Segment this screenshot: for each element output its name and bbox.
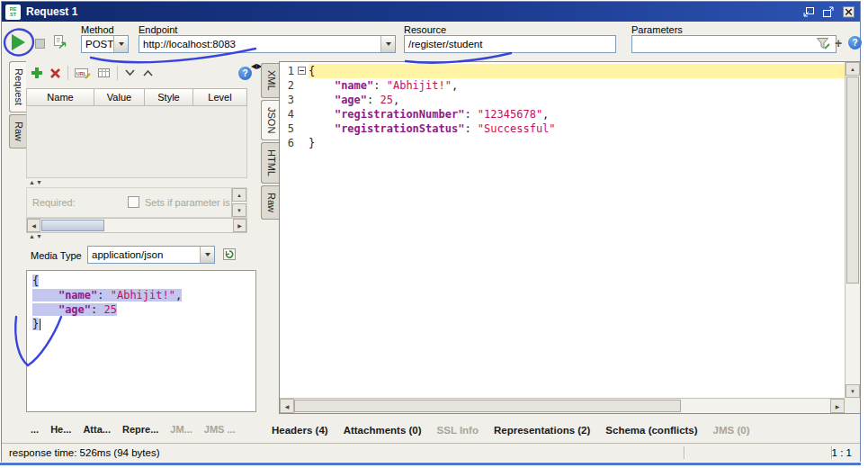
scrollbar-corner [845, 398, 860, 413]
method-dropdown[interactable]: POST [81, 35, 129, 53]
submit-request-button[interactable] [12, 34, 25, 50]
response-horizontal-scrollbar[interactable]: ◀ ▶ [280, 398, 845, 413]
fold-gutter [296, 107, 309, 122]
fold-gutter [296, 122, 309, 136]
required-checkbox[interactable] [128, 196, 139, 208]
request-body-line: } [32, 317, 255, 331]
line-number: 6 [280, 136, 296, 150]
request-view-tab-raw[interactable]: Raw [9, 114, 26, 148]
scrollbar-track[interactable] [104, 219, 233, 232]
request-body-line: "age": 25 [32, 302, 255, 317]
resource-input[interactable] [404, 35, 616, 53]
request-toolbar: Method POST Endpoint http://localhost:80… [2, 22, 860, 58]
scrollbar-thumb[interactable] [846, 76, 859, 284]
scroll-left-icon[interactable]: ◀ [280, 399, 294, 413]
rest-icon-line2: ST [10, 12, 16, 17]
scroll-up-icon[interactable]: ▲ [232, 188, 246, 202]
response-tab-schema-conflicts[interactable]: Schema (conflicts) [605, 425, 697, 436]
response-time-text: response time: 526ms (94 bytes) [9, 447, 159, 458]
fold-toggle-icon[interactable] [298, 67, 306, 75]
response-view-tab-raw[interactable]: Raw [261, 185, 279, 220]
add-to-testcase-icon[interactable] [52, 34, 67, 50]
properties-vertical-scrollbar[interactable]: ▲ ▼ [231, 188, 246, 217]
add-param-icon[interactable] [31, 67, 43, 79]
chevron-down-icon[interactable] [200, 247, 214, 263]
method-value: POST [85, 39, 113, 50]
layout-grid-icon[interactable] [97, 67, 111, 79]
param-properties-panel: Required: Sets if parameter is ▲ ▼ [26, 187, 247, 218]
parameters-input[interactable] [631, 35, 837, 53]
line-number: 1 [280, 64, 296, 78]
text-caret [40, 319, 40, 330]
request-body-line: { [32, 274, 255, 288]
toolbar-separator [117, 66, 118, 80]
chevron-down-icon[interactable] [113, 36, 128, 52]
response-line: 5 "registrationStatus": "Successful" [280, 122, 845, 136]
response-tab-ssl-info: SSL Info [437, 425, 479, 436]
response-line: 6} [280, 136, 845, 150]
scroll-down-icon[interactable]: ▼ [232, 203, 246, 217]
scrollbar-thumb[interactable] [41, 220, 104, 231]
response-view-tab-html[interactable]: HTML [261, 142, 279, 184]
response-tab-representations-2[interactable]: Representations (2) [494, 425, 590, 436]
param-column-header-level[interactable]: Level [193, 88, 247, 106]
scroll-up-icon[interactable]: ▲ [846, 62, 860, 76]
add-parameter-icon[interactable]: + [835, 36, 842, 50]
endpoint-value: http://localhost:8083 [143, 39, 380, 50]
request-body-line: "name": "Abhijit!", [32, 288, 255, 302]
cancel-request-button[interactable] [35, 39, 45, 49]
scrollbar-thumb[interactable] [294, 400, 681, 412]
param-column-header-name[interactable]: Name [26, 88, 94, 106]
svg-text:URL: URL [76, 70, 87, 76]
param-column-header-style[interactable]: Style [145, 88, 193, 106]
help-icon[interactable]: ? [848, 36, 862, 50]
splitter-handle-icon[interactable]: ▲▼ [29, 233, 43, 239]
endpoint-dropdown[interactable]: http://localhost:8083 [139, 35, 396, 53]
create-empty-parameter-icon[interactable] [816, 37, 830, 50]
request-tab-repre[interactable]: Repre... [122, 424, 158, 435]
parameters-label: Parameters [631, 24, 683, 35]
param-table-header: NameValueStyleLevel [26, 88, 247, 106]
maximize-window-icon[interactable] [820, 5, 837, 19]
caret-position-text: 1 : 1 [832, 447, 852, 458]
request-tab-tab[interactable]: ... [31, 424, 39, 435]
scroll-right-icon[interactable]: ▶ [233, 219, 246, 232]
scroll-down-icon[interactable]: ▼ [846, 384, 860, 398]
request-tab-jm: JM... [170, 424, 192, 435]
param-column-header-value[interactable]: Value [94, 88, 145, 106]
detach-window-icon[interactable] [801, 5, 817, 19]
move-up-icon[interactable] [142, 68, 154, 78]
splitter-handle-icon[interactable]: ▲▼ [29, 179, 43, 185]
response-json-view[interactable]: 1{2 "name": "Abhijit!",3 "age": 25,4 "re… [280, 62, 845, 398]
window-titlebar[interactable]: RE ST Request 1 [2, 2, 860, 22]
toolbar-separator [67, 66, 68, 80]
scroll-right-icon[interactable]: ▶ [830, 399, 845, 413]
request-tab-atta[interactable]: Atta... [83, 424, 111, 435]
properties-horizontal-scrollbar[interactable]: ◀ ▶ [26, 218, 247, 233]
response-editor: 1{2 "name": "Abhijit!",3 "age": 25,4 "re… [279, 61, 861, 414]
media-type-dropdown[interactable]: application/json [87, 246, 215, 264]
request-view-tab-request[interactable]: Request [9, 61, 26, 112]
response-view-tab-xml[interactable]: XML [261, 63, 279, 98]
response-tab-headers-4[interactable]: Headers (4) [272, 425, 328, 436]
param-table-body[interactable] [26, 106, 247, 178]
close-window-button[interactable] [840, 5, 856, 19]
response-view-tab-json[interactable]: JSON [261, 100, 279, 140]
response-tab-attachments-0[interactable]: Attachments (0) [344, 425, 422, 436]
request-tab-jms: JMS ... [204, 424, 236, 435]
move-down-icon[interactable] [124, 68, 136, 78]
recreate-body-icon[interactable] [222, 248, 237, 264]
delete-param-icon[interactable] [49, 68, 61, 79]
chevron-down-icon[interactable] [380, 36, 395, 52]
request-tab-he[interactable]: He... [50, 424, 71, 435]
request-body-editor[interactable]: { "name": "Abhijit!", "age": 25} [26, 270, 256, 412]
resource-label: Resource [404, 24, 446, 35]
response-side-tabs: XMLJSONHTMLRaw [261, 63, 279, 221]
window-frame-bottom [0, 463, 861, 465]
required-checkbox-label: Sets if parameter is [145, 197, 231, 208]
request-pane: URL ? NameValueStyleLevel ▲▼ Required: S… [26, 58, 256, 443]
help-icon[interactable]: ? [238, 67, 252, 80]
scroll-left-icon[interactable]: ◀ [27, 219, 40, 232]
response-vertical-scrollbar[interactable]: ▲ ▼ [845, 62, 860, 398]
url-encode-icon[interactable]: URL [75, 67, 91, 80]
